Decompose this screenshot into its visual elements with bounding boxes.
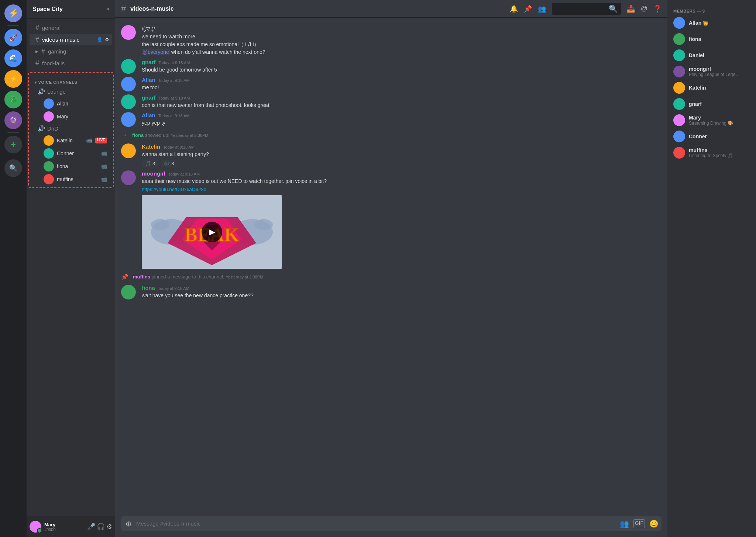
avatar [44,174,54,184]
server-icon-2[interactable]: 🌊 [4,49,22,67]
channel-item-general[interactable]: # general [30,22,112,34]
server-icon-3[interactable]: ⚡ [4,70,22,88]
members-grid-icon[interactable]: 👥 [620,519,629,528]
voice-member-conner[interactable]: Conner 📹 [32,147,110,160]
message-input[interactable] [136,516,617,531]
add-server-button[interactable]: + [4,136,22,153]
server-icon-4[interactable]: 🐉 [4,91,22,108]
member-item-mary[interactable]: Mary Streaming Drawing 🎨 [670,112,753,128]
message-content: \(;▽;)/ we need to watch more the last c… [142,25,662,56]
channel-name: gaming [48,48,66,55]
timestamp: Today at 9:18 AM [159,60,190,65]
voice-member-mary[interactable]: Mary [32,110,110,123]
search-box[interactable]: 🔍 [552,3,621,15]
channel-name: food-fails [42,60,65,66]
user-info: Mary #0000 [44,522,84,532]
message-item: fiona Today at 9:18 AM wait have you see… [115,283,667,301]
settings-icon[interactable]: ⚙ [105,37,109,42]
voice-member-fiona[interactable]: fiona 📹 [32,160,110,173]
message-header: moongirl Today at 9:18 AM [142,170,662,177]
pin-icon[interactable]: 📌 [524,5,532,13]
discord-home-button[interactable]: ⚡ [4,4,22,22]
username: Allan [142,112,155,118]
camera-icon: 📹 [86,138,92,143]
search-input[interactable] [555,6,606,11]
mention-icon[interactable]: @ [641,5,647,13]
avatar [44,98,54,109]
member-status: Streaming Drawing 🎨 [689,121,740,126]
member-item-allan[interactable]: Allan 👑 [670,15,753,31]
emoji-icon[interactable]: 😊 [649,519,659,528]
avatar [673,49,685,61]
user-tag: #0000 [44,527,84,532]
member-item-conner[interactable]: Conner [670,128,753,145]
user-panel: Mary #0000 🎤 🎧 ⚙ [27,516,115,537]
voice-channel-lounge[interactable]: 🔊 Lounge [32,86,110,97]
message-header: gnarf Today at 9:18 AM [142,59,662,65]
inbox-icon[interactable]: 📥 [627,5,635,13]
channel-item-food-fails[interactable]: # food-fails [30,58,112,69]
gif-icon[interactable]: GIF [633,519,645,528]
avatar [673,17,685,29]
message-header: Allan Today at 9:18 AM [142,112,662,118]
member-item-daniel[interactable]: Daniel [670,47,753,63]
members-icon[interactable]: 👥 [538,5,546,13]
username: gnarf [142,59,156,65]
member-item-moongirl[interactable]: moongirl Playing League of Legends 🎮 [670,63,753,80]
notifications-icon[interactable]: 🔔 [510,5,518,13]
speaker-icon: 🔊 [38,88,45,95]
member-name: Allan [57,101,68,107]
username: Katelin [142,143,160,150]
voice-member-muffins[interactable]: muffins 📹 [32,173,110,186]
avatar [673,82,685,94]
system-pin-text: muffins pinned a message to this channel… [133,274,263,280]
voice-channel-dnd[interactable]: 🔊 DnD [32,123,110,134]
timestamp: Today at 9:18 AM [158,78,190,83]
chevron-down-icon: ▾ [107,7,109,12]
member-camera-icons: 📹 [101,176,107,182]
member-item-muffins[interactable]: muffins Listening to Spotify 🎵 [670,145,753,161]
headphone-icon[interactable]: 🎧 [97,523,105,531]
member-item-gnarf[interactable]: gnarf [670,96,753,112]
reaction-musical-note[interactable]: 🎵 3 [142,160,158,167]
help-icon[interactable]: ❓ [653,5,662,13]
microphone-icon[interactable]: 🎤 [87,523,95,531]
message-item: Allan Today at 9:18 AM me too! [115,75,667,93]
system-text: fiona showed up! Yesterday at 2:38PM [132,132,209,138]
explore-icon[interactable]: 🔍 [4,159,22,177]
channel-item-videos-n-music[interactable]: # videos-n-music 👤 ⚙ [30,34,112,45]
settings-icon[interactable]: ⚙ [106,523,112,531]
avatar [673,131,685,142]
member-name: gnarf [689,101,750,107]
reaction-musical-notes[interactable]: 🎶 3 [161,160,177,167]
member-item-katelin[interactable]: Katelin [670,80,753,96]
messages-area: \(;▽;)/ we need to watch more the last c… [115,18,667,510]
channel-item-gaming[interactable]: ▶ # gaming [30,46,112,57]
embed-link[interactable]: https://youtu.be/OiDx6aQ928o [142,187,662,192]
add-attachment-icon[interactable]: ⊕ [124,519,133,528]
message-text: yep yep ty [142,119,662,127]
message-content: Katelin Today at 9:18 AM wanna start a l… [142,143,662,167]
avatar [121,285,136,299]
add-member-icon[interactable]: 👤 [97,37,103,42]
video-embed[interactable]: BEAK ▶ [142,195,282,269]
message-text: wanna start a listening party? [142,150,662,158]
member-info: Daniel [689,52,750,58]
avatar [121,59,136,74]
member-camera-icons: 📹 [101,163,107,169]
play-button[interactable]: ▶ [202,222,222,242]
voice-channels-header[interactable]: ▾ VOICE CHANNELS [29,74,113,86]
timestamp: Today at 9:18 AM [158,286,189,291]
voice-member-katelin[interactable]: Katelin 📹 LIVE [32,134,110,147]
message-content: gnarf Today at 9:18 AM Should be good to… [142,59,662,74]
server-icon-1[interactable]: 🚀 [4,29,22,46]
member-item-fiona[interactable]: fiona [670,31,753,47]
member-name: Daniel [689,52,750,58]
avatar [44,148,54,159]
message-text: me too! [142,84,662,91]
server-name-header[interactable]: Space City ▾ [27,0,115,19]
member-name: muffins [57,176,73,182]
voice-member-allan[interactable]: Allan [32,97,110,110]
server-icon-5[interactable]: 🔮 [4,111,22,129]
member-name: moongirl [689,66,750,72]
